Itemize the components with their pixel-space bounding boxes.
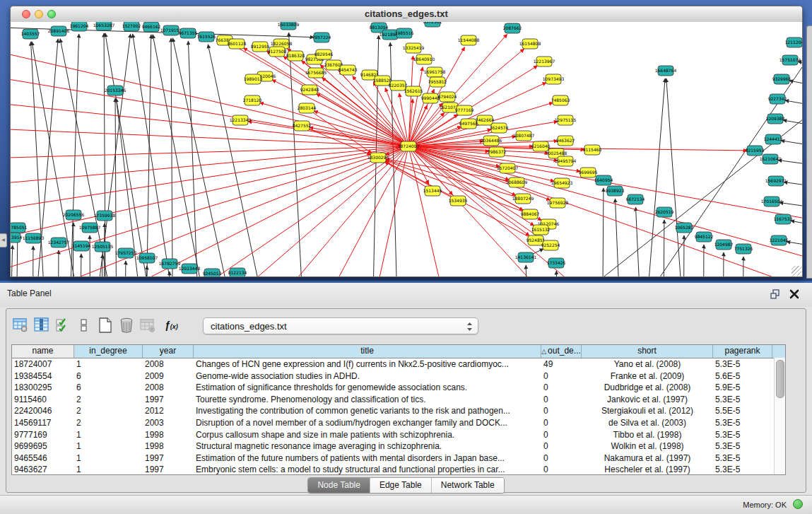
- graph-node[interactable]: 9845122: [695, 232, 714, 242]
- graph-node[interactable]: 16782759: [159, 259, 181, 269]
- graph-node[interactable]: 3624574: [490, 123, 509, 133]
- column-header-short[interactable]: short: [582, 345, 713, 358]
- graph-node[interactable]: 9329966: [772, 74, 792, 84]
- table-row[interactable]: 911546021997Tourette syndrome. Phenomeno…: [12, 394, 785, 406]
- tab-node-table[interactable]: Node Table: [308, 478, 370, 493]
- network-canvas[interactable]: 1403557 20891406 1961204 10653287 152700…: [11, 22, 802, 276]
- graph-node[interactable]: 16756685: [305, 68, 327, 78]
- graph-node[interactable]: 12975115: [555, 115, 577, 125]
- graph-node[interactable]: 7751326: [734, 244, 753, 254]
- float-panel-icon[interactable]: [770, 288, 782, 300]
- graph-node[interactable]: 15720407: [497, 163, 519, 173]
- table-row[interactable]: 1830029562008Estimation of significance …: [12, 382, 785, 394]
- network-window[interactable]: citations_edges.txt 1403557 20891406 196…: [10, 6, 803, 277]
- graph-node[interactable]: 6794024: [438, 92, 457, 102]
- graph-node[interactable]: 16961758: [424, 67, 446, 77]
- function-builder-icon[interactable]: ƒ(x): [165, 320, 178, 331]
- tab-edge-table[interactable]: Edge Table: [370, 478, 431, 493]
- column-header-out_de[interactable]: △out_de...: [541, 345, 582, 358]
- graph-node[interactable]: 7857224: [312, 33, 331, 42]
- graph-node[interactable]: 8601128: [228, 39, 247, 49]
- graph-node[interactable]: 9884067: [521, 209, 540, 219]
- window-titlebar[interactable]: citations_edges.txt: [11, 6, 802, 23]
- graph-node[interactable]: 1221046: [770, 235, 789, 245]
- node-table[interactable]: namein_degreeyeartitle△out_de...shortpag…: [11, 344, 786, 475]
- graph-node[interactable]: 10807487: [513, 131, 535, 141]
- graph-node[interactable]: 12342757: [48, 238, 70, 247]
- table-row[interactable]: 1872400712008Changes of HCN gene express…: [12, 358, 785, 370]
- graph-node[interactable]: 1640954: [594, 175, 613, 185]
- graph-node[interactable]: 7955812: [428, 77, 447, 87]
- graph-node[interactable]: 19495794: [555, 156, 577, 166]
- graph-node[interactable]: 9777169: [455, 105, 474, 115]
- graph-node[interactable]: 15751074: [779, 55, 801, 65]
- window-resize-grip[interactable]: [792, 266, 801, 276]
- graph-node[interactable]: 9463627: [556, 136, 575, 146]
- graph-node[interactable]: 2087662: [503, 23, 522, 33]
- graph-node[interactable]: 7485063: [551, 95, 570, 105]
- graph-node[interactable]: 10958107: [136, 253, 158, 263]
- graph-node[interactable]: 9227342: [768, 94, 787, 104]
- graph-node[interactable]: 17359938: [94, 211, 116, 221]
- graph-node[interactable]: 15692971: [765, 176, 787, 186]
- column-header-pagerank[interactable]: pagerank: [713, 345, 772, 358]
- graph-node[interactable]: 14136141: [515, 252, 537, 262]
- graph-node[interactable]: 8186328: [286, 51, 305, 61]
- scrollbar-thumb[interactable]: [776, 360, 784, 398]
- graph-node[interactable]: 10653287: [93, 22, 115, 30]
- close-panel-icon[interactable]: [788, 288, 801, 300]
- graph-node[interactable]: 1403557: [21, 29, 40, 39]
- graph-node[interactable]: 7986372: [488, 147, 507, 157]
- zoom-traffic-light-icon[interactable]: [47, 10, 56, 18]
- graph-node[interactable]: 1562615: [404, 86, 423, 96]
- graph-node[interactable]: 20206556: [63, 210, 85, 220]
- table-scrollbar[interactable]: [774, 358, 785, 474]
- table-row[interactable]: 977716911998Corpus callosum shape and si…: [12, 429, 785, 441]
- minimize-traffic-light-icon[interactable]: [35, 10, 43, 18]
- column-header-name[interactable]: name: [12, 345, 74, 358]
- graph-node[interactable]: 13325419: [403, 43, 425, 53]
- graph-node[interactable]: 11156893: [23, 233, 45, 243]
- column-header-title[interactable]: title: [194, 345, 541, 358]
- graph-node[interactable]: 1961204: [70, 22, 89, 31]
- graph-node[interactable]: 2620519: [655, 207, 674, 217]
- graph-node[interactable]: 9466162: [142, 22, 161, 32]
- graph-node[interactable]: 9252254: [541, 240, 560, 250]
- graph-node[interactable]: 9938923: [606, 186, 625, 196]
- graph-node[interactable]: 19756928: [547, 198, 569, 208]
- graph-node[interactable]: 8454743: [339, 65, 358, 75]
- graph-node[interactable]: 8122134: [228, 268, 247, 276]
- graph-node[interactable]: 1065287: [675, 223, 694, 233]
- graph-node[interactable]: 18724007: [398, 141, 420, 151]
- graph-node[interactable]: 1534935: [449, 196, 468, 206]
- graph-node[interactable]: 10975887: [79, 223, 101, 233]
- graph-node[interactable]: 12213343: [230, 115, 252, 125]
- graph-node[interactable]: 18640910: [413, 54, 435, 64]
- graph-node[interactable]: 2803144: [298, 103, 317, 113]
- graph-node[interactable]: 9699695: [579, 168, 598, 177]
- table-row[interactable]: 946554611997Estimation of the future num…: [12, 452, 785, 465]
- graph-node[interactable]: 10973493: [543, 74, 565, 84]
- graph-node[interactable]: 18807249: [512, 194, 534, 204]
- graph-node[interactable]: 6216040: [531, 141, 551, 151]
- graph-node[interactable]: 12505135: [92, 242, 114, 252]
- graph-node[interactable]: 3913914: [11, 233, 23, 243]
- graph-node[interactable]: 1209388: [766, 114, 785, 124]
- graph-node[interactable]: 12213967: [534, 57, 555, 66]
- graph-node[interactable]: 1989013: [244, 74, 263, 84]
- tab-network-table[interactable]: Network Table: [431, 478, 504, 493]
- graph-node[interactable]: 1527002: [122, 22, 141, 31]
- graph-node[interactable]: 16033809: [278, 22, 300, 30]
- delete-table-icon[interactable]: [118, 317, 135, 334]
- column-selection-icon[interactable]: [33, 317, 50, 334]
- table-selector-dropdown[interactable]: citations_edges.txt: [203, 317, 478, 334]
- table-mode-icon[interactable]: [12, 317, 29, 334]
- column-header-in_degree[interactable]: in_degree: [74, 345, 143, 358]
- graph-node[interactable]: 2718120: [243, 95, 262, 105]
- row-height-icon[interactable]: [76, 317, 93, 334]
- graph-node[interactable]: 1785051: [11, 223, 28, 233]
- graph-node[interactable]: 11544088: [458, 35, 480, 45]
- graph-node[interactable]: 1985516: [395, 28, 414, 38]
- graph-node[interactable]: 16648764: [655, 66, 677, 76]
- graph-node[interactable]: 9829546: [314, 49, 334, 59]
